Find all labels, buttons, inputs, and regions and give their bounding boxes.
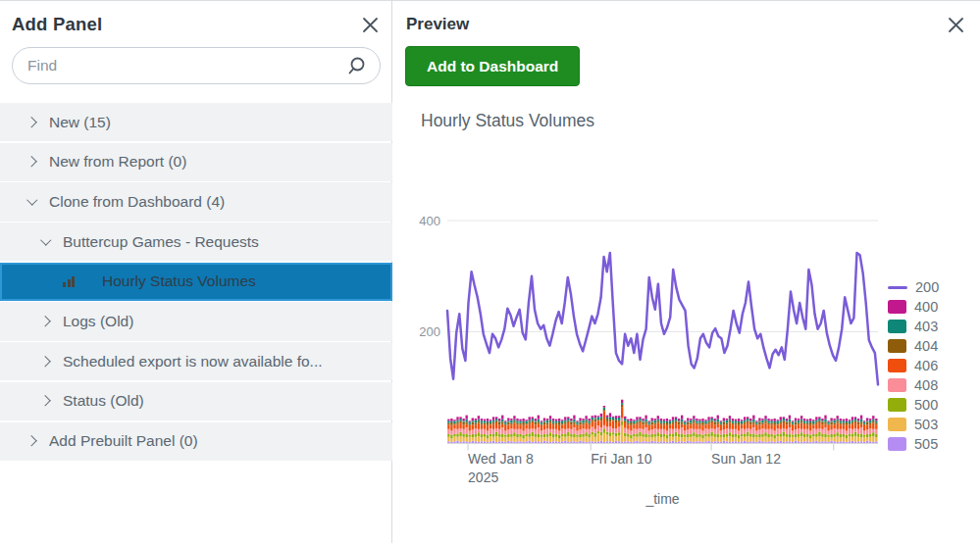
legend-item-404[interactable]: 404: [888, 336, 939, 356]
chevron-right-icon: [41, 396, 51, 406]
sidebar-item-status-old[interactable]: Status (Old): [0, 382, 392, 420]
legend-label: 503: [914, 417, 938, 432]
chevron-right-icon: [41, 357, 51, 367]
add-to-dashboard-button[interactable]: Add to Dashboard: [405, 46, 580, 86]
sidebar-item-logs-old[interactable]: Logs (Old): [0, 302, 392, 340]
chart-svg: 200400Wed Jan 82025Fri Jan 10Sun Jan 12_…: [413, 197, 884, 520]
sidebar-item-scheduled-export-is-now-available-fo[interactable]: Scheduled export is now available fo...: [0, 342, 392, 380]
legend-label: 400: [914, 299, 938, 315]
legend-swatch: [888, 437, 906, 451]
legend-label: 408: [914, 377, 938, 393]
svg-text:Sun Jan 12: Sun Jan 12: [711, 451, 781, 467]
chevron-down-icon: [41, 237, 51, 247]
legend-item-403[interactable]: 403: [888, 317, 939, 336]
legend-item-400[interactable]: 400: [888, 297, 939, 317]
legend-item-408[interactable]: 408: [888, 375, 939, 395]
svg-text:Fri Jan 10: Fri Jan 10: [591, 451, 651, 467]
sidebar-item-label: Clone from Dashboard (4): [49, 193, 225, 211]
sidebar-item-new-from-report-0[interactable]: New from Report (0): [0, 143, 392, 181]
chevron-right-icon: [27, 157, 37, 167]
close-icon: [948, 17, 964, 33]
sidebar-item-label: Buttercup Games - Requests: [63, 233, 259, 251]
search-box: [12, 47, 381, 84]
legend-label: 200: [915, 279, 939, 295]
legend-swatch: [888, 359, 906, 372]
preview-close-button[interactable]: [945, 14, 966, 35]
chart-title: Hourly Status Volumes: [421, 111, 594, 131]
sidebar-item-label: Scheduled export is now available fo...: [63, 353, 323, 370]
chevron-down-icon: [27, 197, 37, 207]
svg-text:_time: _time: [645, 491, 679, 507]
sidebar-item-buttercup-games-requests[interactable]: Buttercup Games - Requests: [0, 222, 392, 261]
search-input[interactable]: [12, 47, 381, 84]
legend-item-200[interactable]: 200: [888, 277, 939, 297]
legend-label: 403: [914, 319, 938, 334]
legend-swatch: [888, 286, 907, 289]
legend-label: 505: [914, 436, 938, 452]
add-panel-dialog: Add Panel New (15)New from Report (0)Clo…: [0, 0, 980, 543]
legend-label: 404: [914, 338, 938, 354]
preview-title: Preview: [406, 15, 469, 34]
search-icon: [346, 55, 368, 80]
chart-legend: 200400403404406408500503505: [888, 277, 939, 454]
sidebar-item-label: New from Report (0): [49, 153, 186, 171]
close-icon: [362, 17, 379, 33]
legend-swatch: [888, 398, 906, 412]
legend-item-406[interactable]: 406: [888, 356, 939, 375]
sidebar-title: Add Panel: [12, 14, 381, 35]
svg-text:Wed Jan 8: Wed Jan 8: [468, 451, 534, 467]
legend-item-503[interactable]: 503: [888, 415, 939, 434]
legend-swatch: [888, 418, 906, 431]
sidebar-close-button[interactable]: [359, 14, 381, 35]
legend-swatch: [888, 300, 906, 314]
legend-item-500[interactable]: 500: [888, 395, 939, 415]
preview-panel: Preview Add to Dashboard Hourly Status V…: [393, 1, 980, 543]
legend-item-505[interactable]: 505: [888, 434, 939, 454]
sidebar-item-clone-from-dashboard-4[interactable]: Clone from Dashboard (4): [0, 182, 392, 221]
legend-swatch: [888, 378, 906, 392]
sidebar-item-hourly-status-volumes[interactable]: Hourly Status Volumes: [0, 263, 392, 301]
sidebar-item-label: Status (Old): [63, 392, 144, 410]
sidebar-item-label: Add Prebuilt Panel (0): [49, 432, 198, 450]
chevron-right-icon: [27, 436, 37, 446]
svg-text:200: 200: [419, 324, 440, 339]
sidebar-item-label: Hourly Status Volumes: [102, 272, 256, 290]
panel-list: New (15)New from Report (0)Clone from Da…: [0, 103, 392, 462]
svg-text:400: 400: [419, 214, 440, 228]
chevron-right-icon: [41, 317, 51, 326]
bar-chart-icon: [63, 275, 75, 287]
svg-text:2025: 2025: [468, 469, 498, 485]
sidebar-item-label: Logs (Old): [63, 313, 133, 330]
legend-swatch: [888, 320, 906, 333]
chevron-right-icon: [27, 118, 37, 127]
sidebar: Add Panel New (15)New from Report (0)Clo…: [0, 1, 392, 543]
sidebar-item-add-prebuilt-panel-0[interactable]: Add Prebuilt Panel (0): [0, 422, 392, 461]
sidebar-item-label: New (15): [49, 114, 111, 131]
legend-label: 406: [914, 358, 938, 373]
legend-swatch: [888, 339, 906, 353]
legend-label: 500: [914, 397, 938, 413]
sidebar-header: Add Panel: [12, 14, 381, 39]
sidebar-item-new-15[interactable]: New (15): [0, 103, 392, 141]
